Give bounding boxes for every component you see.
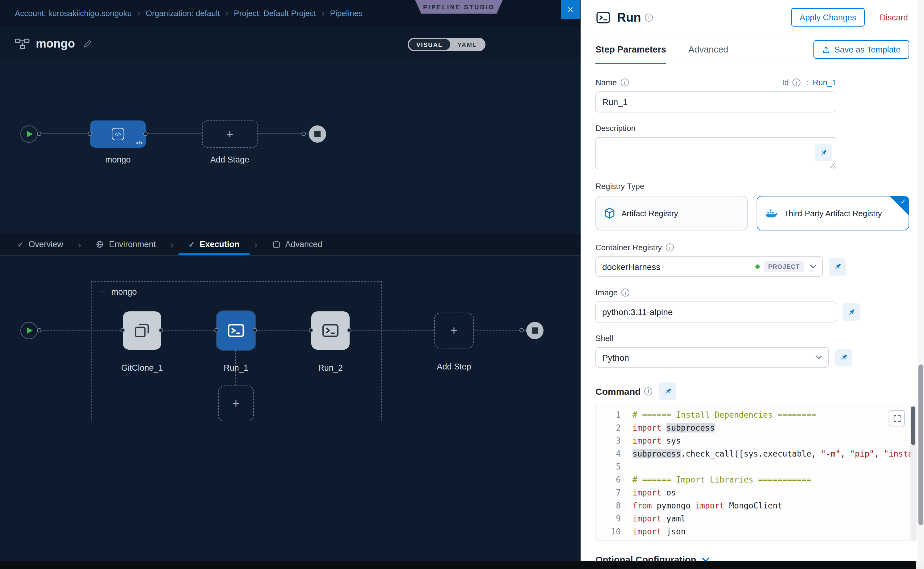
add-stage-button[interactable]: +	[202, 120, 258, 148]
docker-whale-icon	[764, 208, 778, 218]
save-as-template-button[interactable]: Save as Template	[813, 40, 909, 59]
stage-icon: </>	[112, 128, 124, 140]
discard-button[interactable]: Discard	[876, 12, 912, 23]
node-port	[143, 132, 147, 136]
tab-panel-advanced[interactable]: Advanced	[688, 35, 728, 64]
tab-separator-icon: ›	[78, 239, 81, 250]
container-registry-label: Container Registry i	[596, 243, 909, 252]
editor-scrollbar	[910, 405, 916, 540]
breadcrumb-project[interactable]: Project: Default Project	[234, 8, 316, 18]
step-node-run-1[interactable]	[217, 311, 255, 350]
panel-scrollbar-thumb[interactable]	[918, 365, 923, 525]
container-registry-pin-button[interactable]	[829, 258, 846, 275]
container-registry-select[interactable]: dockerHarness PROJECT	[596, 256, 823, 277]
step-node-run-2[interactable]	[311, 311, 350, 350]
step-config-panel: Run i Apply Changes Discard Step Paramet…	[581, 0, 924, 569]
pipeline-studio-badge: PIPELINE STUDIO	[415, 0, 503, 14]
shell-pin-button[interactable]	[835, 349, 853, 366]
tab-separator-icon: ›	[170, 239, 173, 250]
description-pin-button[interactable]	[815, 144, 832, 161]
node-port	[37, 328, 41, 332]
step-id: Id i : Run_1	[782, 78, 836, 87]
breadcrumb-organization[interactable]: Organization: default	[146, 8, 220, 18]
collapse-group-icon[interactable]: −	[101, 287, 106, 297]
id-value[interactable]: Run_1	[813, 78, 836, 87]
tab-advanced[interactable]: Advanced	[271, 234, 323, 255]
edge	[350, 330, 434, 330]
name-input[interactable]	[596, 91, 836, 113]
toggle-yaml[interactable]: YAML	[450, 39, 484, 50]
description-input[interactable]	[596, 137, 836, 169]
edge	[255, 330, 311, 330]
plus-icon: +	[450, 323, 457, 338]
execution-start-node[interactable]	[20, 322, 38, 339]
stage-label: mongo	[75, 155, 161, 164]
node-port	[88, 132, 92, 136]
shell-label: Shell	[596, 334, 909, 343]
add-step-button[interactable]: +	[434, 313, 474, 348]
chevron-down-icon	[815, 355, 822, 359]
registry-option-label: Third-Party Artifact Registry	[784, 208, 882, 218]
pipeline-icon	[15, 38, 30, 49]
visual-yaml-toggle: VISUAL YAML	[408, 38, 485, 51]
node-port	[301, 132, 306, 136]
edge	[38, 330, 120, 330]
info-icon: i	[644, 387, 652, 395]
execution-canvas: − mongo GitC	[0, 256, 581, 561]
tab-environment[interactable]: Environment	[95, 234, 157, 255]
container-registry-value: dockerHarness	[602, 262, 755, 272]
stage-corner-glyph: </>	[136, 140, 143, 146]
registry-option-third-party[interactable]: Third-Party Artifact Registry ✓	[757, 196, 909, 230]
description-field-wrap	[596, 137, 836, 169]
breadcrumb-separator-icon: ›	[322, 8, 324, 18]
tab-execution[interactable]: ✓ Execution	[187, 234, 240, 255]
stage-node-mongo[interactable]: </> </>	[90, 120, 146, 148]
breadcrumb-separator-icon: ›	[137, 8, 140, 18]
check-icon: ✓	[17, 240, 23, 249]
image-label: Image i	[596, 288, 909, 297]
horizontal-scrollbar[interactable]	[0, 561, 916, 569]
node-port	[309, 328, 313, 332]
image-pin-button[interactable]	[842, 303, 860, 321]
plus-icon: +	[226, 127, 233, 141]
image-input[interactable]	[596, 301, 836, 323]
tab-environment-label: Environment	[109, 240, 156, 249]
tab-execution-label: Execution	[199, 240, 239, 249]
terminal-icon	[227, 321, 245, 340]
edge	[148, 134, 202, 134]
description-label: Description	[596, 123, 909, 133]
toggle-visual[interactable]: VISUAL	[409, 39, 450, 50]
breadcrumb-pipelines[interactable]: Pipelines	[330, 8, 363, 18]
git-clone-icon	[134, 322, 151, 339]
registry-option-artifact[interactable]: Artifact Registry	[596, 196, 748, 230]
add-parallel-step-button[interactable]: +	[218, 385, 254, 421]
edge	[38, 134, 88, 134]
run-step-icon	[596, 9, 611, 25]
scope-badge: PROJECT	[764, 261, 804, 272]
step-label: Run_1	[193, 363, 279, 373]
tab-advanced-label: Advanced	[285, 240, 322, 249]
tab-step-parameters[interactable]: Step Parameters	[596, 35, 666, 64]
apply-changes-button[interactable]: Apply Changes	[791, 8, 865, 27]
shell-select[interactable]: Python	[596, 347, 829, 368]
node-port	[347, 328, 351, 332]
environment-icon	[96, 240, 104, 248]
command-code-editor[interactable]: 12345678910 # ====== Install Dependencie…	[596, 405, 916, 540]
plus-icon: +	[232, 396, 239, 411]
code-lines: # ====== Install Dependencies ========im…	[629, 405, 916, 540]
expand-editor-button[interactable]	[889, 410, 905, 426]
breadcrumb-account[interactable]: Account: kurosakiichigo.songoku	[15, 8, 132, 18]
tab-overview[interactable]: ✓ Overview	[16, 234, 65, 255]
step-node-gitclone-1[interactable]	[123, 311, 161, 350]
close-panel-button[interactable]: ×	[561, 0, 580, 19]
editor-scrollbar-thumb[interactable]	[911, 406, 915, 445]
artifact-registry-icon	[603, 207, 616, 219]
pipeline-start-node[interactable]	[20, 125, 38, 143]
node-port	[520, 328, 524, 332]
registry-type-options: Artifact Registry Third-Party Artifact R…	[596, 196, 909, 230]
id-separator: :	[806, 78, 808, 87]
breadcrumb-separator-icon: ›	[225, 8, 228, 18]
command-pin-button[interactable]	[660, 382, 676, 400]
registry-type-label: Registry Type	[596, 182, 909, 191]
edit-pipeline-icon[interactable]	[84, 39, 92, 48]
